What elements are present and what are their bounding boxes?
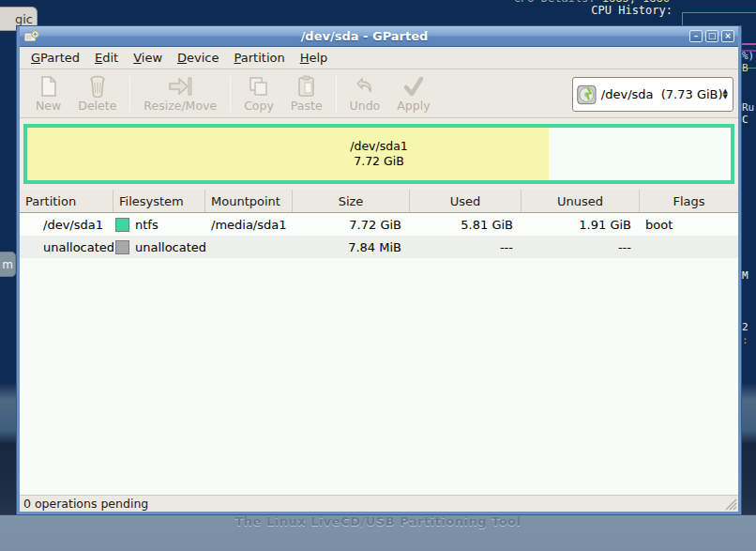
column-header-flags[interactable]: Flags bbox=[640, 190, 738, 212]
desktop: CPU Details: 1885, 1886 CPU History: %) … bbox=[0, 0, 756, 551]
paste-clipboard-icon bbox=[296, 75, 317, 98]
new-button[interactable]: New bbox=[27, 73, 69, 115]
column-header-size[interactable]: Size bbox=[293, 190, 410, 212]
toolbar-separator bbox=[230, 76, 231, 112]
cell-unused: 1.91 GiB bbox=[522, 218, 640, 232]
filesystem-color-swatch bbox=[115, 240, 129, 254]
cell-flags: boot bbox=[640, 218, 738, 232]
cell-unused: --- bbox=[522, 240, 640, 254]
cell-size: 7.72 GiB bbox=[293, 218, 410, 232]
device-selector-spinner[interactable]: ▲ ▼ bbox=[723, 89, 730, 99]
background-window-tab-m[interactable]: m bbox=[0, 252, 16, 277]
menu-help[interactable]: Help bbox=[293, 48, 336, 68]
conky-text-fragment: C bbox=[742, 114, 748, 126]
gparted-app-icon bbox=[23, 29, 39, 43]
table-header: Partition Filesystem Mountpoint Size Use… bbox=[20, 190, 738, 213]
conky-text-fragment: B bbox=[742, 62, 748, 74]
column-header-partition[interactable]: Partition bbox=[20, 190, 113, 212]
cell-filesystem: unallocated bbox=[113, 240, 205, 254]
device-selector-value: /dev/sda (7.73 GiB) bbox=[601, 87, 723, 101]
toolbar: New Delete Resize/Move bbox=[20, 69, 738, 118]
gparted-window: /dev/sda - GParted – □ × GParted Edit Vi… bbox=[17, 26, 741, 514]
menu-view[interactable]: View bbox=[126, 48, 170, 68]
filesystem-color-swatch bbox=[115, 218, 129, 232]
cell-filesystem: ntfs bbox=[113, 218, 205, 232]
column-header-filesystem[interactable]: Filesystem bbox=[113, 190, 205, 212]
resize-move-icon bbox=[166, 75, 194, 98]
conky-text-fragment: Ru bbox=[742, 101, 754, 114]
cell-partition: unallocated bbox=[20, 240, 113, 254]
maximize-button[interactable]: □ bbox=[705, 30, 718, 42]
minimize-button[interactable]: – bbox=[689, 30, 703, 42]
title-bar[interactable]: /dev/sda - GParted – □ × bbox=[20, 26, 738, 47]
cell-size: 7.84 MiB bbox=[293, 240, 410, 254]
table-row[interactable]: /dev/sda1 ntfs /media/sda1 7.72 GiB 5.81… bbox=[20, 213, 738, 236]
cell-mountpoint: /media/sda1 bbox=[205, 218, 293, 232]
delete-button[interactable]: Delete bbox=[69, 73, 125, 115]
partition-bar[interactable]: /dev/sda1 7.72 GiB bbox=[23, 124, 734, 184]
menu-device[interactable]: Device bbox=[170, 48, 226, 68]
column-header-mountpoint[interactable]: Mountpoint bbox=[205, 190, 293, 212]
menu-gparted[interactable]: GParted bbox=[23, 48, 87, 68]
status-bar: 0 operations pending bbox=[20, 495, 738, 512]
close-button[interactable]: × bbox=[721, 30, 734, 42]
undo-arrow-icon bbox=[354, 75, 376, 98]
partition-size: 7.72 GiB bbox=[354, 154, 404, 169]
toolbar-separator bbox=[129, 76, 130, 112]
resize-move-button[interactable]: Resize/Move bbox=[135, 73, 225, 115]
cell-used: 5.81 GiB bbox=[410, 218, 522, 232]
window-title: /dev/sda - GParted bbox=[39, 29, 689, 43]
conky-text-fragment: %) bbox=[742, 50, 754, 62]
apply-check-icon bbox=[401, 75, 426, 98]
pending-operations-status: 0 operations pending bbox=[23, 497, 148, 511]
partition-visual-panel: /dev/sda1 7.72 GiB bbox=[20, 118, 738, 190]
column-header-unused[interactable]: Unused bbox=[522, 190, 640, 212]
menu-partition[interactable]: Partition bbox=[227, 48, 293, 68]
spinner-down-icon: ▼ bbox=[723, 95, 728, 99]
trash-icon bbox=[87, 75, 108, 98]
conky-text-fragment: M bbox=[742, 269, 748, 282]
conky-text-fragment: : bbox=[742, 334, 748, 346]
apply-button[interactable]: Apply bbox=[388, 73, 438, 115]
partition-name: /dev/sda1 bbox=[350, 139, 408, 154]
toolbar-separator bbox=[336, 76, 337, 112]
cell-used: --- bbox=[410, 240, 522, 254]
filesystem-label: ntfs bbox=[135, 218, 159, 232]
conky-text-fragment: 2 bbox=[742, 321, 748, 333]
conky-cpu-history-label: CPU History: bbox=[591, 4, 673, 17]
table-row[interactable]: unallocated unallocated 7.84 MiB --- --- bbox=[20, 236, 738, 258]
partition-bar-label: /dev/sda1 7.72 GiB bbox=[27, 128, 731, 180]
table-empty-area[interactable] bbox=[20, 258, 738, 495]
device-selector[interactable]: /dev/sda (7.73 GiB) ▲ ▼ bbox=[572, 77, 733, 112]
hard-disk-icon bbox=[576, 83, 597, 107]
cell-partition: /dev/sda1 bbox=[20, 218, 113, 232]
undo-button[interactable]: Undo bbox=[341, 73, 389, 115]
column-header-used[interactable]: Used bbox=[410, 190, 522, 212]
resize-grip[interactable] bbox=[724, 497, 737, 511]
menu-edit[interactable]: Edit bbox=[87, 48, 126, 68]
menu-bar: GParted Edit View Device Partition Help bbox=[20, 47, 738, 69]
new-document-icon bbox=[38, 75, 59, 98]
paste-button[interactable]: Paste bbox=[282, 73, 331, 115]
copy-button[interactable]: Copy bbox=[235, 73, 282, 115]
desktop-caption: The Linux LiveCD/USB Partitioning Tool bbox=[0, 514, 756, 528]
filesystem-label: unallocated bbox=[135, 240, 205, 254]
copy-icon bbox=[248, 75, 270, 98]
